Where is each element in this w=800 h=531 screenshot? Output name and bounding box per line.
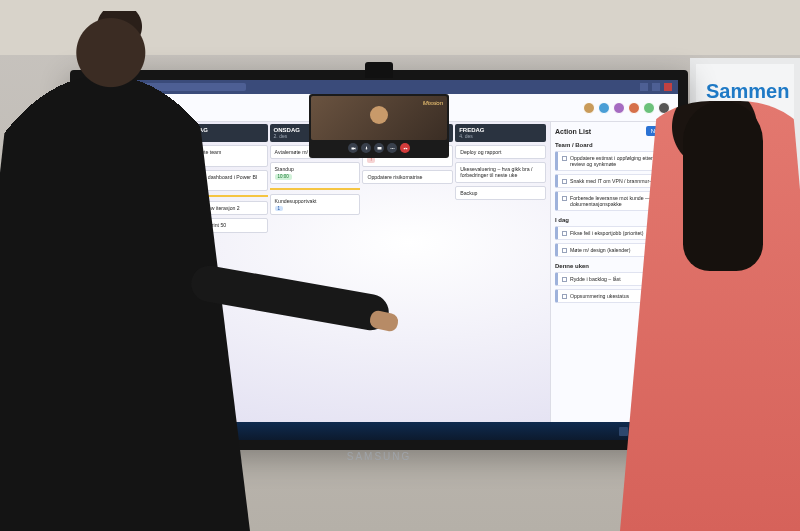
card-tag: ! [367, 157, 374, 162]
mic-toggle-button[interactable] [361, 143, 371, 153]
video-caption: Mission [423, 100, 443, 106]
more-options-button[interactable] [387, 143, 397, 153]
checkbox-icon[interactable] [562, 248, 567, 253]
task-text: Rydde i backlog – låst [570, 276, 621, 282]
call-controls [311, 140, 447, 156]
poster-line: Sammen [706, 78, 784, 104]
camera-toggle-button[interactable] [348, 143, 358, 153]
window-minimize-button[interactable] [640, 83, 648, 91]
monitor-brand-label: SAMSUNG [347, 451, 412, 462]
video-call-window[interactable]: Mission [309, 94, 449, 158]
board-column-wednesday: ONSDAG 2. des Avtalemøte m/ kunde + demo… [270, 124, 361, 420]
window-maximize-button[interactable] [652, 83, 660, 91]
window-controls [640, 83, 672, 91]
column-date: 4. des [459, 133, 542, 139]
checkbox-icon[interactable] [562, 231, 567, 236]
svg-point-4 [392, 148, 393, 149]
task-text: Møte m/ design (kalender) [570, 247, 631, 253]
hangup-button[interactable] [400, 143, 410, 153]
hangup-icon [403, 146, 408, 151]
board-card[interactable]: Standup 10:00 [270, 162, 361, 184]
board-card[interactable]: Kundesupportvakt 1 [270, 194, 361, 216]
sidebar-title: Action List [555, 128, 591, 135]
participant-avatars [583, 102, 670, 114]
avatar[interactable] [628, 102, 640, 114]
dots-icon [390, 146, 395, 151]
svg-point-5 [393, 148, 394, 149]
column-header: FREDAG 4. des [455, 124, 546, 142]
board-card[interactable]: Oppdatere risikomatrise [362, 170, 453, 184]
task-text: Fikse feil i eksportjobb (prioritet) [570, 230, 644, 236]
checkbox-icon[interactable] [562, 179, 567, 184]
svg-rect-0 [351, 147, 354, 149]
checkbox-icon[interactable] [562, 196, 567, 201]
card-title: Oppdatere risikomatrise [367, 174, 448, 180]
svg-rect-2 [377, 147, 381, 150]
avatar[interactable] [613, 102, 625, 114]
card-title: Standup [275, 166, 356, 172]
card-title: Ukesevaluering – hva gikk bra / forbedri… [460, 166, 541, 178]
tray-icon[interactable] [619, 427, 628, 436]
card-title: Kundesupportvakt [275, 198, 356, 204]
board-column-thursday: TORSDAG 3. des Teste ny release i stagin… [362, 124, 453, 420]
video-tile: Mission [311, 96, 447, 140]
card-tag: 1 [275, 206, 284, 211]
card-tag: 10:00 [275, 174, 292, 179]
checkbox-icon[interactable] [562, 277, 567, 282]
avatar[interactable] [643, 102, 655, 114]
checkbox-icon[interactable] [562, 294, 567, 299]
share-icon [377, 146, 382, 151]
checkbox-icon[interactable] [562, 156, 567, 161]
board-column-friday: FREDAG 4. des Deploy og rapport Ukeseval… [455, 124, 546, 420]
avatar[interactable] [598, 102, 610, 114]
board-card[interactable]: Backup [455, 186, 546, 200]
share-screen-button[interactable] [374, 143, 384, 153]
mic-icon [364, 146, 369, 151]
svg-point-3 [390, 148, 391, 149]
participant-face [370, 106, 388, 124]
webcam [365, 62, 393, 78]
card-title: Deploy og rapport [460, 149, 541, 155]
board-card[interactable]: Ukesevaluering – hva gikk bra / forbedri… [455, 162, 546, 182]
window-close-button[interactable] [664, 83, 672, 91]
avatar[interactable] [583, 102, 595, 114]
task-text: Snakk med IT om VPN / brannmur-regler [570, 178, 664, 184]
swimlane-divider [270, 188, 361, 190]
task-text: Oppsummering ukestatus [570, 293, 629, 299]
card-title: Backup [460, 190, 541, 196]
camera-icon [351, 146, 356, 151]
board-card[interactable]: Deploy og rapport [455, 145, 546, 159]
